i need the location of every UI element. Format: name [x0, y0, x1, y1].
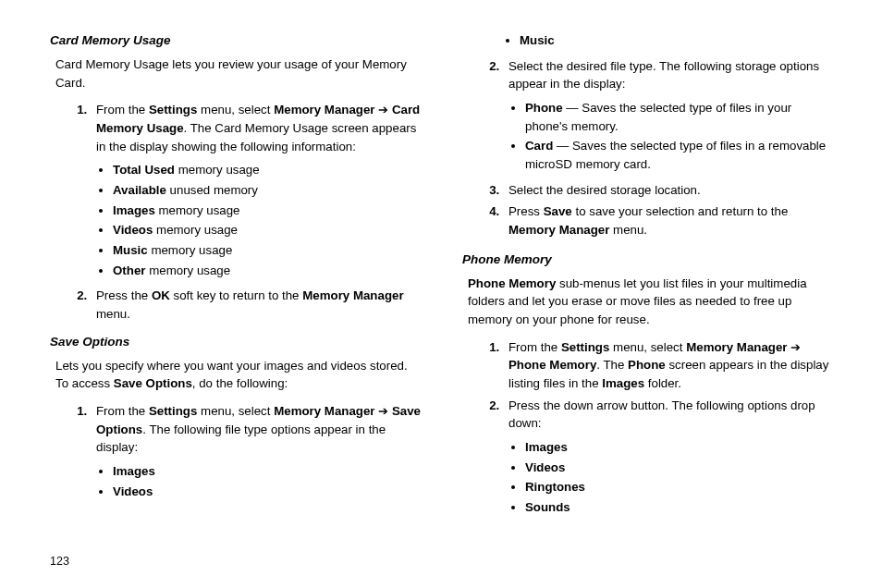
- document-page: Card Memory Usage Card Memory Usage lets…: [0, 0, 882, 588]
- t: menu, select: [609, 340, 686, 354]
- t: menu.: [96, 307, 130, 321]
- list-item: Images memory usage: [113, 202, 425, 220]
- ordered-list: From the Settings menu, select Memory Ma…: [78, 101, 429, 323]
- t: — Saves the selected type of files in yo…: [525, 101, 791, 133]
- list-item: Images: [525, 438, 838, 457]
- bold: Save: [544, 204, 572, 218]
- t: soft key to return to the: [170, 288, 302, 302]
- section-title-save-options: Save Options: [50, 333, 429, 351]
- bold: Images: [113, 464, 155, 478]
- bold: Videos: [113, 484, 153, 498]
- bold: Memory Manager: [508, 223, 609, 237]
- step-text: Select the desired file type. The follow…: [508, 59, 819, 92]
- t: — Saves the selected type of files in a …: [525, 139, 826, 171]
- t: memory usage: [153, 223, 238, 237]
- list-item: Music memory usage: [113, 241, 425, 260]
- arrow-icon: ➔: [790, 340, 801, 354]
- bold: Save Options: [114, 376, 192, 390]
- list-item: From the Settings menu, select Memory Ma…: [503, 338, 838, 393]
- bold: Images: [602, 376, 644, 390]
- list-item: Select the desired storage location.: [503, 181, 838, 200]
- bold: Phone: [628, 358, 666, 372]
- t: menu, select: [197, 103, 274, 116]
- bold: Memory Manager: [274, 404, 378, 418]
- step-text: Press Save to save your selection and re…: [508, 204, 788, 237]
- bold: Sounds: [525, 500, 570, 514]
- bold: Phone Memory: [508, 358, 596, 372]
- list-item: From the Settings menu, select Memory Ma…: [91, 402, 425, 500]
- bold: Total Used: [113, 163, 175, 177]
- bold: Other: [113, 263, 145, 277]
- list-item: Images: [113, 462, 425, 481]
- bold: Memory Manager: [274, 103, 378, 116]
- bold: Available: [113, 183, 166, 197]
- step-text: Press the down arrow button. The followi…: [508, 398, 815, 431]
- t: memory usage: [145, 263, 230, 277]
- section-title-card-memory-usage: Card Memory Usage: [50, 31, 429, 50]
- bold: Videos: [525, 460, 565, 474]
- bullet-list: Images Videos: [113, 462, 425, 500]
- t: Press the: [96, 288, 152, 302]
- bold: Settings: [149, 103, 197, 116]
- list-item: Videos: [525, 459, 838, 477]
- t: memory usage: [155, 203, 240, 217]
- t: memory usage: [148, 243, 233, 257]
- bold: Card: [525, 139, 553, 153]
- step-text: From the Settings menu, select Memory Ma…: [508, 340, 828, 390]
- intro-text: Lets you specify where you want your ima…: [55, 357, 423, 393]
- bold: Images: [525, 440, 568, 454]
- list-item: Videos: [113, 483, 425, 501]
- bold: Phone: [525, 101, 563, 115]
- list-item: Music: [520, 31, 841, 50]
- bullet-list: Images Videos Ringtones Sounds: [525, 438, 838, 517]
- t: From the: [96, 404, 149, 418]
- page-number: 123: [50, 555, 69, 568]
- bold: Images: [113, 203, 155, 217]
- left-column: Card Memory Usage Card Memory Usage lets…: [50, 30, 429, 581]
- list-item: Press Save to save your selection and re…: [503, 202, 838, 239]
- t: , do the following:: [192, 376, 288, 390]
- list-item: Select the desired file type. The follow…: [503, 57, 838, 174]
- bold: Music: [520, 33, 555, 47]
- list-item: From the Settings menu, select Memory Ma…: [91, 101, 425, 279]
- list-item: Card — Saves the selected type of files …: [525, 137, 838, 173]
- bullet-list: Total Used memory usage Available unused…: [113, 161, 425, 279]
- ordered-list: Select the desired file type. The follow…: [490, 57, 841, 239]
- intro-text: Card Memory Usage lets you review your u…: [55, 55, 423, 92]
- ordered-list: From the Settings menu, select Memory Ma…: [490, 338, 841, 517]
- step-text: Select the desired storage location.: [508, 183, 701, 197]
- right-column: Music Select the desired file type. The …: [462, 30, 841, 581]
- ordered-list: From the Settings menu, select Memory Ma…: [78, 402, 429, 500]
- t: . The: [596, 358, 628, 372]
- list-item: Videos memory usage: [113, 221, 425, 239]
- section-title-phone-memory: Phone Memory: [462, 251, 841, 269]
- list-item: Press the down arrow button. The followi…: [503, 397, 838, 517]
- bullet-list: Music: [520, 31, 841, 50]
- bold: Music: [113, 243, 148, 257]
- list-item: Total Used memory usage: [113, 161, 425, 179]
- t: From the: [96, 103, 149, 116]
- bold: OK: [152, 288, 170, 302]
- step-text: From the Settings menu, select Memory Ma…: [96, 103, 420, 153]
- t: folder.: [644, 376, 681, 390]
- list-item: Phone — Saves the selected type of files…: [525, 99, 838, 135]
- step-text: Press the OK soft key to return to the M…: [96, 288, 404, 321]
- bold: Phone Memory: [468, 276, 556, 290]
- t: Press: [508, 204, 544, 218]
- list-item: Available unused memory: [113, 181, 425, 200]
- intro-text: Phone Memory sub-menus let you list file…: [468, 275, 836, 329]
- bold: Ringtones: [525, 480, 585, 494]
- t: menu, select: [197, 404, 274, 418]
- t: to save your selection and return to the: [572, 204, 789, 218]
- bold: Settings: [149, 404, 197, 418]
- list-item: Other memory usage: [113, 262, 425, 280]
- list-item: Sounds: [525, 498, 838, 517]
- arrow-icon: ➔: [378, 103, 388, 116]
- t: menu.: [609, 223, 647, 237]
- bold: Settings: [561, 340, 609, 354]
- bold: Memory Manager: [686, 340, 790, 354]
- bold: Videos: [113, 223, 153, 237]
- bold: Memory Manager: [302, 288, 403, 302]
- t: memory usage: [175, 163, 260, 177]
- list-item: Press the OK soft key to return to the M…: [91, 287, 425, 323]
